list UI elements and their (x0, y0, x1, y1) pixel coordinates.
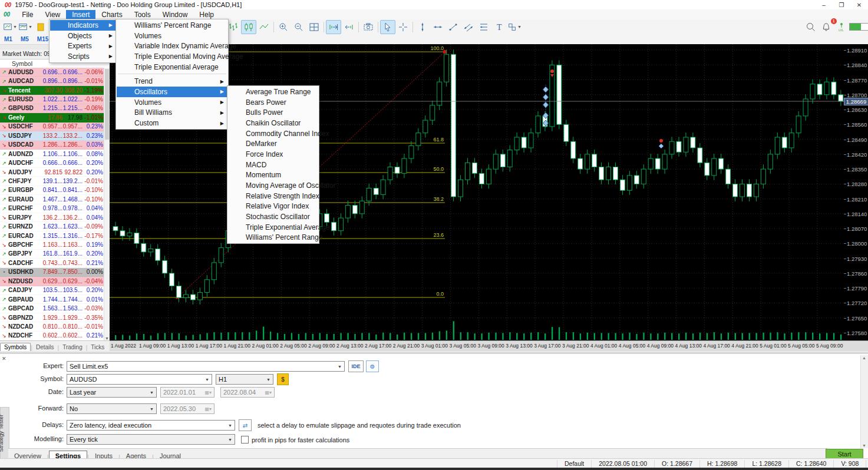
menu-item-momentum[interactable]: Momentum (228, 170, 318, 181)
menu-item-force-index[interactable]: Force Index (228, 149, 318, 160)
menu-item-average-true-range[interactable]: Average True Range (228, 87, 318, 97)
menu-item-stochastic-oscillator[interactable]: Stochastic Oscillator (228, 211, 318, 222)
forward-mode-select[interactable]: No ▼ (67, 403, 157, 414)
shapes-icon[interactable]: ▼ (507, 20, 522, 34)
menu-item-help[interactable]: Help (193, 10, 220, 19)
menu-item-moving-average-of-oscillator[interactable]: Moving Average of Oscillator (228, 180, 318, 191)
market-watch-row-eurcad[interactable]: ↗EURCAD1.315...1.316...-0.17% (0, 231, 104, 240)
connection-icon[interactable]: LVL (834, 20, 849, 34)
zoom-out-icon[interactable] (291, 20, 306, 34)
delay-settings-icon[interactable]: ⇄ (239, 419, 252, 431)
menu-item-bill-williams[interactable]: Bill Williams▶ (117, 108, 227, 118)
zoom-in-icon[interactable] (276, 20, 291, 34)
market-watch-row-gbpusd[interactable]: ↗GBPUSD1.215...1.215...-0.06% (0, 104, 104, 113)
new-chart-icon[interactable]: ▼ (2, 20, 18, 34)
market-watch-row-audchf[interactable]: ↗AUDCHF0.666...0.666...0.20% (0, 158, 104, 167)
shift-end-icon[interactable] (326, 20, 341, 34)
menu-item-macd[interactable]: MACD (228, 160, 318, 170)
tester-scrollbar[interactable]: ▲▼ (860, 355, 868, 448)
menu-item-variable-index-dynamic-average[interactable]: Variable Index Dynamic Average (117, 41, 227, 51)
menu-item-custom[interactable]: Custom▶ (117, 118, 227, 128)
market-watch-row-tencent[interactable]: ↘Tencent307.30308.20-1.19% (0, 86, 104, 95)
menu-item-relative-vigor-index[interactable]: Relative Vigor Index (228, 201, 318, 212)
market-watch-row-audusd[interactable]: ↗AUDUSD0.696...0.696...-0.06% (0, 68, 104, 77)
menu-item-scripts[interactable]: Scripts▶ (50, 51, 116, 62)
market-watch-row-gbpaud[interactable]: ↗GBPAUD1.744...1.744...0.01% (0, 295, 104, 304)
market-watch-row-audjpy[interactable]: ↘AUDJPY92.81592.8220.20% (0, 168, 104, 177)
period-select[interactable]: H1 ▼ (216, 374, 273, 385)
market-watch-tab-details[interactable]: Details (32, 343, 58, 351)
menu-item-indicators[interactable]: Indicators▶ (50, 20, 116, 31)
chevron-down-icon[interactable]: ▼ (517, 25, 522, 29)
search-icon[interactable] (803, 20, 819, 34)
horizontal-line-icon[interactable] (430, 20, 445, 34)
market-watch-row-nzdusd[interactable]: ↘NZDUSD0.629...0.629...-0.04% (0, 277, 104, 286)
deposit-currency-button[interactable]: $ (277, 373, 289, 385)
text-label-icon[interactable]: T (491, 20, 507, 34)
line-chart-icon[interactable] (256, 20, 272, 34)
vertical-line-icon[interactable] (415, 20, 430, 34)
market-watch-row-usdcad[interactable]: ↘USDCAD1.286...1.286...0.03% (0, 141, 104, 150)
menu-item-window[interactable]: Window (157, 10, 194, 19)
chart-profiles-icon[interactable]: ▼ (18, 20, 33, 34)
fibonacci-icon[interactable] (476, 20, 491, 34)
scrollbar-thumb[interactable] (105, 69, 109, 140)
market-watch-row-gbpcad[interactable]: ↗GBPCAD1.563...1.563...-0.03% (0, 304, 104, 313)
menu-item-volumes[interactable]: Volumes▶ (117, 97, 227, 108)
market-watch-row-chfjpy[interactable]: ↗CHFJPY139.1...139.2...-0.01% (0, 177, 104, 186)
menu-item-williams-percent-range[interactable]: Williams' Percent Range (228, 233, 318, 243)
pips-checkbox[interactable]: profit in pips for faster calculations (241, 436, 349, 443)
scrollbar-down-arrow[interactable]: ▼ (104, 336, 110, 340)
new-order-partial-icon[interactable] (33, 20, 48, 34)
menu-item-experts[interactable]: Experts▶ (50, 41, 116, 51)
market-watch-row-nzdcad[interactable]: ↘NZDCAD0.810...0.810...-0.01% (0, 322, 104, 331)
chevron-down-icon[interactable]: ▼ (13, 25, 17, 29)
chevron-down-icon[interactable]: ▼ (28, 25, 32, 29)
market-watch-row-eurgbp[interactable]: ↗EURGBP0.841...0.841...-0.10% (0, 186, 104, 195)
menu-item-insert[interactable]: Insert (66, 10, 95, 19)
menu-item-bulls-power[interactable]: Bulls Power (228, 107, 318, 118)
market-watch-row-euraud[interactable]: ↗EURAUD1.467...1.468...-0.10% (0, 195, 104, 204)
market-watch-tab-trading[interactable]: Trading (59, 343, 86, 351)
menu-item-triple-exponential-moving-average[interactable]: Triple Exponential Moving Average (117, 51, 227, 62)
tile-windows-icon[interactable] (306, 20, 322, 34)
expert-settings-gear-icon[interactable]: ⚙ (366, 360, 379, 372)
market-watch-row-eurchf[interactable]: ↗EURCHF0.978...0.978...0.04% (0, 204, 104, 213)
market-watch-row-usdchf[interactable]: ↘USDCHF0.957...0.957...0.23% (0, 123, 104, 131)
symbol-select[interactable]: AUDUSD ▼ (67, 374, 212, 385)
forward-date-field[interactable]: 2022.05.30 ▦▾ (160, 403, 214, 414)
time-axis[interactable]: 1 Aug 20221 Aug 09:001 Aug 13:001 Aug 17… (110, 340, 844, 351)
close-button[interactable]: ✕ (850, 2, 868, 8)
market-watch-row-cadchf[interactable]: ↘CADCHF0.743...0.743...0.21% (0, 259, 104, 267)
crosshair-icon[interactable] (395, 20, 411, 34)
delays-select[interactable]: Zero latency, ideal execution ▼ (67, 420, 235, 431)
market-watch-row-eurnzd[interactable]: ↗EURNZD1.623...1.623...-0.09% (0, 222, 104, 231)
cursor-icon[interactable] (380, 20, 395, 34)
menu-item-view[interactable]: View (39, 10, 66, 19)
candle-chart-icon[interactable] (241, 20, 256, 34)
price-scale[interactable]: 1.289101.288401.287701.287001.286301.285… (844, 44, 868, 340)
market-watch-row-audnzd[interactable]: ↗AUDNZD1.106...1.106...0.08% (0, 150, 104, 158)
market-watch-row-cadjpy[interactable]: ↗CADJPY103.5...103.5...0.20% (0, 286, 104, 295)
checkbox-box[interactable] (241, 436, 249, 443)
menu-item-relative-strength-index[interactable]: Relative Strength Index (228, 191, 318, 201)
menu-item-volumes[interactable]: Volumes (117, 31, 227, 41)
market-watch-row-usdhkd[interactable]: •USDHKD7.849...7.850...0.00% (0, 268, 104, 277)
market-watch-row-usdjpy[interactable]: ↘USDJPY133.2...133.2...0.23% (0, 131, 104, 140)
date-mode-select[interactable]: Last year ▼ (67, 387, 157, 398)
status-profile[interactable]: Default (557, 460, 591, 468)
market-watch-tab-symbols[interactable]: Symbols (0, 343, 31, 351)
market-watch-row-geely[interactable]: ↘Geely17.8617.98-1.01% (0, 113, 104, 122)
expert-select[interactable]: Sell Limit.ex5 ▼ (67, 361, 345, 372)
restore-button[interactable]: ❐ (833, 2, 850, 8)
date-from-field[interactable]: 2022.01.01 ▦▾ (160, 387, 214, 398)
trendline-icon[interactable] (445, 20, 461, 34)
market-watch-row-gbpchf[interactable]: ↘GBPCHF1.163...1.163...0.19% (0, 240, 104, 249)
market-watch-tab-ticks[interactable]: Ticks (87, 343, 108, 351)
ide-button[interactable]: IDE (348, 360, 364, 372)
market-watch-row-eurusd[interactable]: ↗EURUSD1.022...1.022...-0.19% (0, 95, 104, 104)
market-watch-row-gbpnzd[interactable]: ↘GBPNZD1.929...1.929...-0.35% (0, 313, 104, 322)
modelling-select[interactable]: Every tick ▼ (67, 434, 235, 445)
menu-item-oscillators[interactable]: Oscillators▶ (117, 87, 227, 97)
market-watch-row-nzdchf[interactable]: ↘NZDCHF0.602...0.602...0.21% (0, 332, 104, 340)
